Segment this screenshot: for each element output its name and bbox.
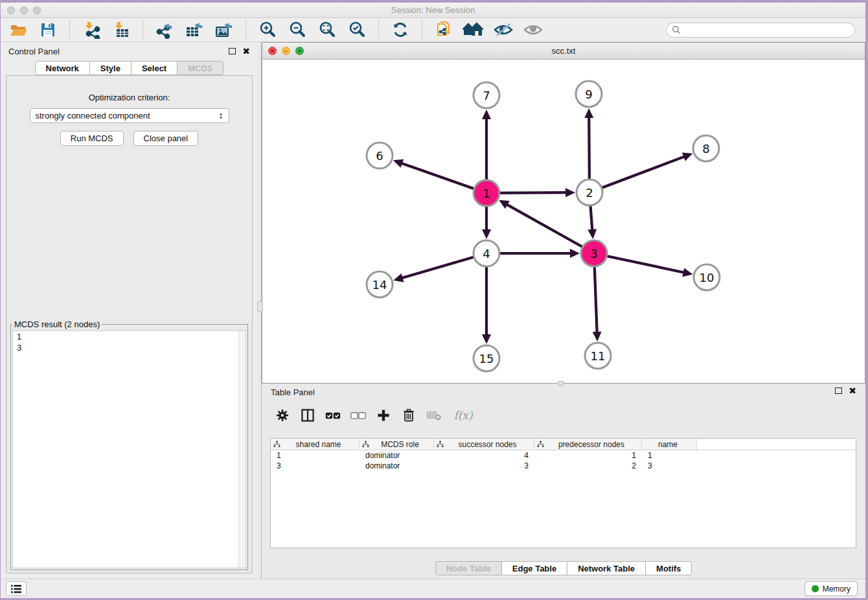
deselect-all-rows-button[interactable] xyxy=(348,406,369,425)
column-header-name[interactable]: name xyxy=(642,439,697,450)
control-panel-tabs: NetworkStyleSelectMCDS xyxy=(1,61,258,75)
column-header-mcds-role[interactable]: MCDS role xyxy=(360,439,434,450)
graph-node-8[interactable]: 8 xyxy=(693,135,719,161)
delete-column-button[interactable] xyxy=(398,406,419,425)
checked-boxes-icon xyxy=(325,408,341,423)
save-session-button[interactable] xyxy=(37,20,59,40)
table-cell[interactable]: 1 xyxy=(271,450,360,461)
tab-network[interactable]: Network xyxy=(35,61,90,75)
graph-edge-3-1[interactable] xyxy=(507,204,594,253)
search-icon xyxy=(672,25,681,34)
table-cell[interactable]: 3 xyxy=(434,461,534,471)
optimization-criterion-label: Optimization criterion: xyxy=(6,93,252,102)
memory-status-icon xyxy=(812,585,819,592)
delete-table-icon xyxy=(426,408,442,422)
graph-node-6[interactable]: 6 xyxy=(367,143,393,168)
function-builder-button[interactable]: f(x) xyxy=(449,406,477,425)
create-column-button[interactable] xyxy=(373,406,394,425)
table-cell[interactable]: 4 xyxy=(434,450,534,461)
table-cell[interactable]: 3 xyxy=(642,461,697,471)
float-table-panel-icon[interactable] xyxy=(835,387,842,394)
network-graph[interactable]: 7968124314101511 xyxy=(262,60,865,383)
clone-network-button[interactable] xyxy=(433,20,455,40)
tab-edge-table[interactable]: Edge Table xyxy=(502,561,567,575)
close-panel-icon[interactable]: ✖ xyxy=(242,48,250,54)
splitter-handle[interactable] xyxy=(257,301,263,312)
horizontal-splitter-handle[interactable] xyxy=(558,381,564,386)
zoom-fit-button[interactable] xyxy=(316,20,338,40)
graph-node-15[interactable]: 15 xyxy=(474,345,499,371)
graph-node-11[interactable]: 11 xyxy=(585,343,611,369)
tab-select[interactable]: Select xyxy=(131,61,177,75)
column-header-successor-nodes[interactable]: successor nodes xyxy=(434,439,534,450)
tab-style[interactable]: Style xyxy=(90,61,131,75)
table-settings-button[interactable] xyxy=(272,406,293,425)
hide-selected-button[interactable] xyxy=(492,20,514,40)
show-all-button[interactable] xyxy=(522,20,544,40)
tab-mcds[interactable]: MCDS xyxy=(177,61,223,75)
minimize-network-icon[interactable]: − xyxy=(282,47,290,55)
toolbar-separator xyxy=(422,21,422,39)
graph-node-14[interactable]: 14 xyxy=(367,271,393,297)
network-canvas[interactable]: 7968124314101511 xyxy=(262,60,865,383)
mcds-result-list[interactable]: 13 xyxy=(12,330,246,568)
graph-node-3[interactable]: 3 xyxy=(581,240,607,266)
sort-column-icon xyxy=(273,441,280,448)
zoom-out-button[interactable] xyxy=(286,20,308,40)
graph-node-9[interactable]: 9 xyxy=(576,81,602,107)
memory-button[interactable]: Memory xyxy=(805,581,858,596)
export-image-icon xyxy=(214,21,234,39)
export-table-button[interactable] xyxy=(183,20,205,40)
run-mcds-button[interactable]: Run MCDS xyxy=(60,131,124,146)
close-table-panel-icon[interactable]: ✖ xyxy=(849,387,856,394)
tab-motifs[interactable]: Motifs xyxy=(646,561,692,575)
table-row[interactable]: 3dominator323 xyxy=(271,461,856,471)
table-cell[interactable]: 3 xyxy=(271,461,360,471)
column-header-predecessor-nodes[interactable]: predecessor nodes xyxy=(534,439,642,450)
close-network-icon[interactable]: ✕ xyxy=(268,47,277,55)
open-session-button[interactable] xyxy=(7,20,29,40)
result-scrollbar[interactable] xyxy=(238,331,246,568)
table-cell[interactable]: 1 xyxy=(534,450,642,461)
graph-node-label: 7 xyxy=(483,89,490,102)
float-panel-icon[interactable] xyxy=(229,48,236,54)
export-image-button[interactable] xyxy=(213,20,235,40)
graph-edge-2-8[interactable] xyxy=(589,156,685,192)
column-header-shared-name[interactable]: shared name xyxy=(271,439,360,450)
graph-node-2[interactable]: 2 xyxy=(577,179,602,205)
import-network-button[interactable] xyxy=(80,20,102,40)
table-cell[interactable]: 1 xyxy=(642,450,697,461)
graph-node-4[interactable]: 4 xyxy=(474,240,499,266)
zoom-selected-button[interactable] xyxy=(346,20,368,40)
apply-layout-button[interactable] xyxy=(389,20,411,40)
import-table-button[interactable] xyxy=(110,20,132,40)
graph-node-label: 15 xyxy=(479,352,494,365)
delete-table-button[interactable] xyxy=(424,406,444,425)
table-cell[interactable]: dominator xyxy=(360,461,434,471)
tab-network-table[interactable]: Network Table xyxy=(567,561,646,575)
graph-node-7[interactable]: 7 xyxy=(474,82,499,108)
select-all-rows-button[interactable] xyxy=(323,406,343,425)
zoom-in-button[interactable] xyxy=(257,20,279,40)
graph-edge-arrowhead xyxy=(593,332,602,341)
table-row[interactable]: 1dominator411 xyxy=(271,450,856,461)
tab-node-table[interactable]: Node Table xyxy=(435,561,502,575)
plus-icon xyxy=(376,408,391,423)
first-neighbors-button[interactable] xyxy=(463,20,485,40)
table-cell[interactable]: 2 xyxy=(534,461,642,471)
export-network-button[interactable] xyxy=(154,20,176,40)
criterion-select[interactable]: strongly connected component ▲▼ xyxy=(30,108,229,123)
show-column-panel-button[interactable] xyxy=(297,406,318,425)
task-history-button[interactable] xyxy=(6,581,27,596)
trash-icon xyxy=(401,408,417,423)
graph-node-1[interactable]: 1 xyxy=(474,180,499,206)
table-cell[interactable]: dominator xyxy=(360,450,434,461)
node-table[interactable]: shared nameMCDS rolesuccessor nodesprede… xyxy=(270,438,856,548)
maximize-network-icon[interactable]: + xyxy=(295,47,304,55)
search-box[interactable] xyxy=(666,23,855,38)
search-input[interactable] xyxy=(684,25,849,34)
graph-node-label: 14 xyxy=(372,278,387,292)
toolbar-separator xyxy=(378,21,379,39)
graph-node-10[interactable]: 10 xyxy=(694,264,720,290)
close-panel-button[interactable]: Close panel xyxy=(133,131,199,146)
